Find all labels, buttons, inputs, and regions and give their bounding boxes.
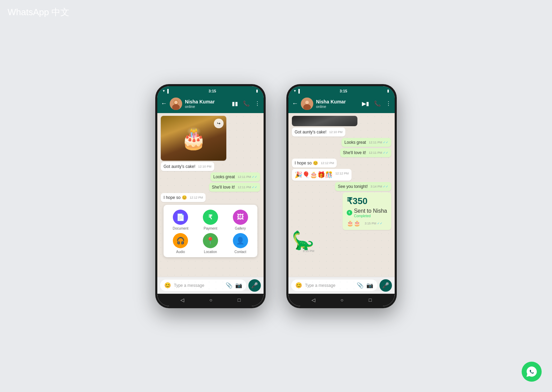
- nav-back-1[interactable]: ◁: [180, 297, 184, 303]
- msg-time-p2-6: 3:14 PM ✓✓: [371, 185, 388, 188]
- app-title: WhatsApp 中文: [8, 6, 69, 18]
- attachment-menu: 📄 Document ₹ Payment 🖼 Gallery: [164, 205, 257, 257]
- msg-sent-2: She'll love it! 12:11 PM ✓✓: [209, 183, 260, 192]
- wifi-icon: ▾: [163, 89, 165, 93]
- chat-header-1: ← Nisha Kumar online: [157, 94, 264, 113]
- back-button-2[interactable]: ←: [292, 100, 298, 107]
- payment-to-text: Sent to Nisha: [354, 208, 387, 214]
- msg-sent-p2-3: See you tonight! 3:14 PM ✓✓: [335, 182, 391, 191]
- ticks-p2-2: ✓✓: [383, 151, 388, 154]
- video-call-icon-1[interactable]: ▮▮: [232, 100, 238, 107]
- audio-icon: 🎧: [173, 233, 188, 248]
- attach-document[interactable]: 📄 Document: [167, 210, 194, 230]
- nav-bar-1: ◁ ○ □: [157, 294, 264, 306]
- svg-point-5: [305, 101, 309, 104]
- partial-image-bg: [292, 116, 357, 126]
- contact-label: Contact: [234, 250, 246, 254]
- attach-payment[interactable]: ₹ Payment: [197, 210, 224, 230]
- nav-recent-1[interactable]: □: [238, 297, 240, 303]
- nav-recent-2[interactable]: □: [369, 297, 372, 303]
- status-bar-2: ▾ ▐ 3:15 ▮: [288, 86, 395, 94]
- cake-emoji-row: 🎂🎂 3:15 PM ✓✓: [347, 220, 387, 227]
- avatar-img-1: [170, 98, 182, 110]
- msg-time-4: 12:12 PM: [190, 196, 203, 199]
- status-time-2: 3:15: [339, 89, 347, 93]
- location-label: Location: [204, 250, 217, 254]
- msg-sent-1: Looks great 12:11 PM ✓✓: [210, 172, 260, 181]
- dino-sticker: 🦕: [292, 231, 314, 249]
- contact-info-2: Nisha Kumar online: [316, 99, 359, 109]
- payment-status: ₹ Sent to Nisha Completed: [347, 208, 387, 218]
- ticks-p2-3: ✓✓: [383, 185, 388, 188]
- phone-2: ▾ ▐ 3:15 ▮ ←: [286, 84, 397, 308]
- msg-time-2: 12:11 PM ✓✓: [238, 175, 257, 179]
- ticks-1: ✓✓: [252, 175, 257, 179]
- payment-completed-text: Completed: [354, 214, 387, 218]
- msg-received-p2-2: I hope so 😊 12:12 PM: [292, 159, 337, 168]
- status-icons-1: ▾ ▐: [163, 89, 169, 93]
- msg-time-p2-7: 3:15 PM ✓✓: [365, 222, 383, 225]
- payment-amount: ₹350: [347, 196, 387, 207]
- msg-time-p2-1: 12:10 PM: [329, 130, 343, 134]
- avatar-img-2: [301, 98, 313, 110]
- nav-home-1[interactable]: ○: [209, 297, 212, 303]
- payment-details: Sent to Nisha Completed: [354, 208, 387, 218]
- document-label: Document: [173, 227, 189, 230]
- status-icons-2: ▾ ▐: [294, 89, 300, 93]
- payment-label: Payment: [204, 227, 217, 230]
- image-message-1: ↪: [161, 116, 226, 161]
- avatar-2: [301, 98, 313, 110]
- messages-2: Got aunty's cake! 12:10 PM Looks great 1…: [288, 113, 395, 277]
- payment-message: ₹350 ₹ Sent to Nisha Completed 🎂🎂 3:15 P…: [343, 192, 391, 230]
- wifi-icon-2: ▾: [294, 89, 296, 93]
- signal-icon: ▐: [166, 89, 169, 93]
- msg-sent-p2-1: Looks great 12:11 PM ✓✓: [342, 138, 391, 147]
- msg-time-3: 12:11 PM ✓✓: [238, 185, 257, 189]
- share-button[interactable]: ↪: [214, 119, 224, 128]
- whatsapp-logo: [522, 362, 542, 382]
- attach-contact[interactable]: 👤 Contact: [227, 233, 254, 254]
- contact-name-2: Nisha Kumar: [316, 99, 359, 104]
- video-call-icon-2[interactable]: ▶▮: [362, 100, 369, 107]
- msg-time-1: 12:10 PM: [198, 165, 211, 168]
- attach-location[interactable]: 📍 Location: [197, 233, 224, 254]
- phone-call-icon-2[interactable]: 📞: [374, 100, 381, 107]
- location-icon: 📍: [203, 233, 218, 248]
- header-icons-1: ▮▮ 📞 ⋮: [232, 100, 260, 107]
- back-button-1[interactable]: ←: [161, 100, 167, 107]
- nav-back-2[interactable]: ◁: [312, 297, 315, 303]
- attach-audio[interactable]: 🎧 Audio: [167, 233, 194, 254]
- document-icon: 📄: [173, 210, 188, 225]
- audio-label: Audio: [176, 250, 185, 254]
- more-options-icon-1[interactable]: ⋮: [255, 100, 260, 107]
- phone-1: ▾ ▐ 3:15 ▮ ←: [155, 84, 266, 308]
- contact-info-1: Nisha Kumar online: [185, 99, 229, 109]
- payment-icon: ₹: [203, 210, 218, 225]
- phones-container: ▾ ▐ 3:15 ▮ ←: [0, 0, 552, 392]
- signal-icon-2: ▐: [297, 89, 300, 93]
- phone-1-screen: ▾ ▐ 3:15 ▮ ←: [157, 86, 264, 306]
- messages-1: ↪ Got aunty's cake! 12:10 PM Looks great…: [157, 113, 264, 277]
- chat-header-2: ← Nisha Kumar online ▶▮: [288, 94, 395, 113]
- phone-2-screen: ▾ ▐ 3:15 ▮ ←: [288, 86, 395, 306]
- msg-sent-p2-2: She'll love it! 12:11 PM ✓✓: [340, 148, 391, 157]
- msg-received-p2-emoji: 🎉🎈🎂🎁🎊 12:12 PM: [292, 169, 352, 181]
- payment-status-dot: ₹: [347, 210, 352, 215]
- contact-status-2: online: [316, 104, 359, 109]
- status-bar-1: ▾ ▐ 3:15 ▮: [157, 86, 264, 94]
- msg-received-2: I hope so 😊 12:12 PM: [161, 193, 206, 202]
- status-time-1: 3:15: [208, 89, 216, 93]
- contact-name-1: Nisha Kumar: [185, 99, 229, 104]
- chat-body-1: ↪ Got aunty's cake! 12:10 PM Looks great…: [157, 113, 264, 294]
- party-emojis: 🎉🎈🎂🎁🎊: [295, 171, 333, 178]
- nav-home-2[interactable]: ○: [341, 297, 343, 303]
- phone-call-icon-1[interactable]: 📞: [243, 100, 250, 107]
- chat-body-2: Got aunty's cake! 12:10 PM Looks great 1…: [288, 113, 395, 294]
- attach-gallery[interactable]: 🖼 Gallery: [227, 210, 254, 230]
- ticks-p2-1: ✓✓: [383, 141, 388, 144]
- more-options-icon-2[interactable]: ⋮: [386, 100, 391, 107]
- msg-received-1: Got aunty's cake! 12:10 PM: [161, 162, 214, 171]
- battery-icon-2: ▮: [387, 89, 389, 93]
- gallery-label: Gallery: [235, 227, 246, 230]
- contact-icon: 👤: [233, 233, 248, 248]
